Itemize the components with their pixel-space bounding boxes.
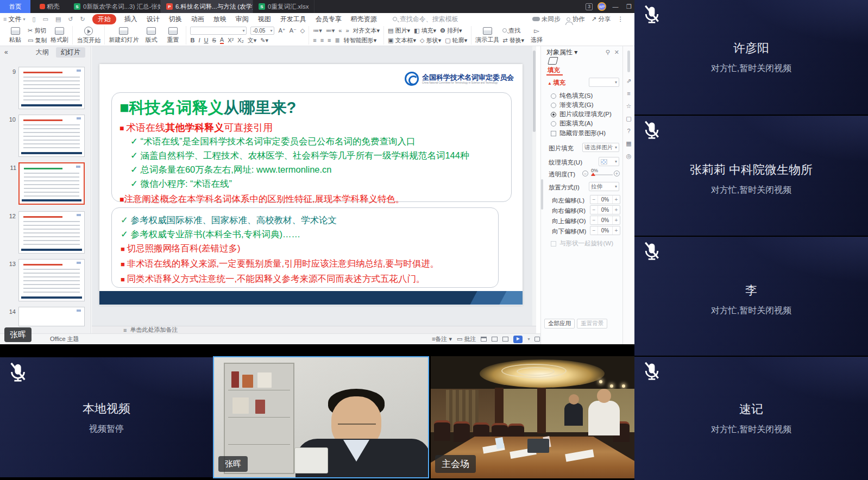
radio-gradient-fill[interactable]: 渐变填充(G) <box>551 101 594 109</box>
menu-item-transition[interactable]: 切换 <box>168 14 183 24</box>
fit-slide-icon[interactable] <box>534 337 540 342</box>
save-icon[interactable]: ▯ <box>32 16 35 23</box>
texture-fill-combo[interactable]: ▾ <box>599 157 619 166</box>
rotate-with-shape-checkbox[interactable]: 与形状一起旋转(W) <box>551 239 613 248</box>
menu-item-docer-res[interactable]: 稻壳资源 <box>350 14 378 24</box>
layout-button[interactable]: 版式 <box>142 27 160 44</box>
notes-bar[interactable]: ≡ 单击此处添加备注 <box>92 326 536 333</box>
redo-icon[interactable]: ↻ <box>80 16 85 23</box>
quick-settings-icon[interactable]: ≡ <box>623 90 634 97</box>
restore-button[interactable]: ❐ <box>625 3 633 10</box>
fill-preset-combo[interactable]: ▾ <box>589 78 619 87</box>
apply-all-button[interactable]: 全部应用 <box>544 319 575 329</box>
canvas-scrollbar[interactable] <box>532 46 536 326</box>
placement-combo[interactable]: 拉伸▾ <box>589 182 619 191</box>
quick-effects-icon[interactable]: ☆ <box>623 103 634 110</box>
tab-docer[interactable]: 稻壳 <box>30 0 68 13</box>
font-color-button[interactable]: A <box>220 36 224 44</box>
phonetic-button[interactable]: 文▾ <box>248 36 257 45</box>
superscript-button[interactable]: X² <box>228 37 234 43</box>
slide-thumbnail-13[interactable]: 13 <box>18 259 85 301</box>
participant-tile-1[interactable]: 许彦阳 对方忙,暂时关闭视频 <box>634 0 868 115</box>
menu-item-animation[interactable]: 动画 <box>190 14 205 24</box>
decrease-indent-icon[interactable]: « <box>338 27 342 34</box>
slide-thumbnail-14[interactable]: 14 <box>18 307 85 326</box>
strip-scrollbar[interactable] <box>627 50 630 72</box>
menu-item-slideshow[interactable]: 放映 <box>212 14 228 24</box>
to-smartart-button[interactable]: 转智能图形▾ <box>344 36 377 45</box>
quick-pages-icon[interactable]: ▢ <box>623 115 634 122</box>
comments-toggle[interactable]: ▭ 批注 <box>457 335 476 343</box>
reset-background-button[interactable]: 重置背景 <box>577 319 607 329</box>
more-menu-icon[interactable]: ⋮ <box>618 15 624 23</box>
new-slide-button[interactable]: 新建幻灯片 <box>109 27 139 44</box>
collapse-panel-button[interactable]: « <box>4 48 8 56</box>
slide-thumbnail-11-selected[interactable]: 11 <box>18 162 85 205</box>
bullet-list-icon[interactable]: ≔▾ <box>313 27 322 34</box>
participant-tile-4[interactable]: 速记 对方忙,暂时关闭视频 <box>634 357 868 480</box>
copy-button[interactable]: ▭ 复制 <box>28 36 47 45</box>
notes-toggle[interactable]: ≡备注 ▾ <box>432 335 452 343</box>
fill-button[interactable]: ◧ 填充▾ <box>414 27 436 35</box>
radio-solid-fill[interactable]: 纯色填充(S) <box>551 92 593 100</box>
bold-button[interactable]: B <box>190 37 194 43</box>
slide-11-content[interactable]: 全国科学技术名词审定委员会 China National Committee f… <box>99 64 523 305</box>
doc-tab-presentation-active[interactable]: P 6.科技名词释...与方法 (农学) <box>161 0 253 13</box>
slide-thumbnail-12[interactable]: 12 <box>18 211 85 254</box>
print-icon[interactable]: ▭ <box>43 16 48 23</box>
font-family-combo[interactable]: ▾ <box>190 27 247 35</box>
meeting-room-video-tile[interactable]: 主会场 <box>431 356 634 478</box>
menu-item-insert[interactable]: 插入 <box>123 14 139 24</box>
replace-button[interactable]: ⇄ 替换▾ <box>502 36 524 45</box>
format-painter-button[interactable]: 格式刷 <box>50 27 68 44</box>
fill-tab[interactable]: 填充 <box>548 66 560 74</box>
slideshow-play-button[interactable] <box>513 336 523 343</box>
shape-button[interactable]: ◇ 形状▾ <box>420 36 441 45</box>
picture-button[interactable]: ▤ 图片▾ <box>388 27 410 35</box>
share-button[interactable]: ↗ 分享 <box>592 15 611 23</box>
menu-item-design[interactable]: 设计 <box>146 14 161 24</box>
align-right-icon[interactable]: ≡ <box>328 37 331 43</box>
quick-help-icon[interactable]: ? <box>623 128 634 134</box>
close-panel-icon[interactable]: ✕ <box>614 49 619 56</box>
arrange-button[interactable]: ❽ 排列▾ <box>440 27 462 35</box>
align-text-button[interactable]: 对齐文本▾ <box>353 27 380 35</box>
underline-button[interactable]: U <box>204 37 208 43</box>
doc-tab-spreadsheet-2[interactable]: S 0重复词汇.xlsx <box>253 0 315 13</box>
radio-pattern-fill[interactable]: 图案填充(A) <box>551 119 593 128</box>
justify-icon[interactable]: ≣ <box>335 37 340 44</box>
increase-font-icon[interactable]: A⁺ <box>278 27 285 34</box>
slide-thumbnail-10[interactable]: 10 <box>18 115 85 157</box>
present-tools-button[interactable]: 演示工具 <box>475 27 499 44</box>
menu-item-view[interactable]: 视图 <box>257 14 272 24</box>
offset-down-stepper[interactable]: −0%+ <box>590 226 620 235</box>
tab-slides[interactable]: 幻灯片 <box>56 47 85 58</box>
slide-thumbnail-9[interactable]: 9 <box>18 67 85 109</box>
normal-view-icon[interactable] <box>481 337 487 342</box>
align-center-icon[interactable]: ≡ <box>320 37 324 43</box>
tab-outline[interactable]: 大纲 <box>31 47 54 58</box>
find-button[interactable]: 查找 <box>502 27 524 35</box>
number-list-icon[interactable]: ≕▾ <box>326 27 335 34</box>
quick-stamp-icon[interactable]: ◎ <box>623 153 634 160</box>
font-size-combo[interactable]: -0.05▾ <box>250 27 274 35</box>
cut-button[interactable]: ✂ 剪切 <box>28 27 47 35</box>
local-video-tile[interactable]: 本地视频 视频暂停 <box>0 357 213 477</box>
tab-home[interactable]: 首页 <box>0 0 30 13</box>
command-search[interactable]: 查找命令、搜索模板 <box>393 15 458 24</box>
menu-item-devtools[interactable]: 开发工具 <box>279 14 307 24</box>
offset-left-stepper[interactable]: −0%+ <box>590 195 620 204</box>
sync-status[interactable]: 未同步 <box>532 15 561 23</box>
hide-background-checkbox[interactable]: 隐藏背景图形(H) <box>551 129 606 137</box>
increase-indent-icon[interactable]: » <box>345 27 349 34</box>
radio-picture-fill[interactable]: 图片或纹理填充(P) <box>551 110 612 118</box>
select-button[interactable]: ▻选择 <box>527 27 546 44</box>
file-menu[interactable]: ≡文件▾ <box>3 15 25 24</box>
italic-button[interactable]: I <box>198 37 200 43</box>
account-avatar[interactable]: WP <box>597 2 606 11</box>
decrease-font-icon[interactable]: A⁻ <box>290 27 297 34</box>
minimize-button[interactable]: — <box>611 3 620 10</box>
reset-button[interactable]: 重置 <box>163 27 182 44</box>
highlight-button[interactable]: ✎▾ <box>260 37 268 44</box>
undo-icon[interactable]: ↺ <box>68 16 73 23</box>
